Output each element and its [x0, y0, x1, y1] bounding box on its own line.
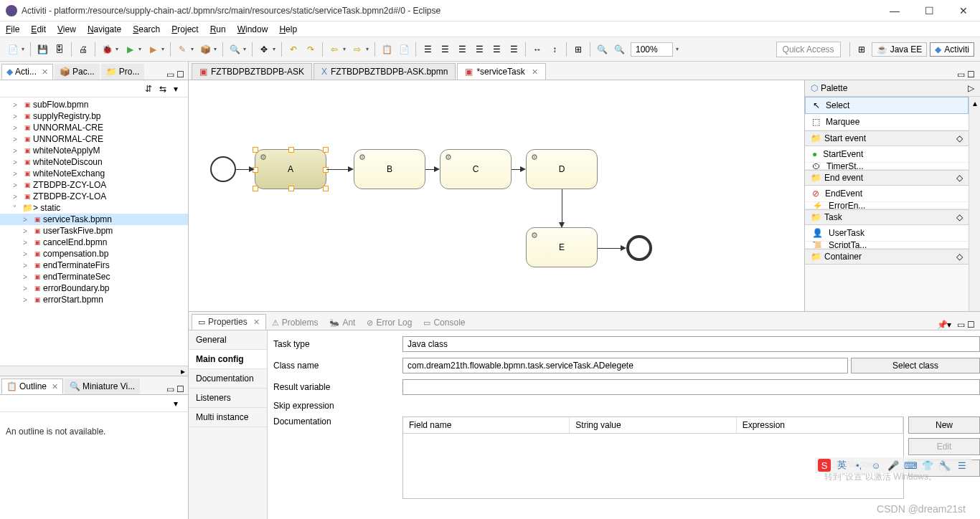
tree-item[interactable]: >▣ZTBDPB-ZCY-LOA [0, 179, 188, 191]
tree-item[interactable]: >▣whiteNoteDiscoun [0, 156, 188, 168]
menu-view[interactable]: View [57, 24, 76, 34]
tab-errorlog[interactable]: ⊘ Error Log [361, 315, 418, 330]
collapse-all-icon[interactable]: ⇵ [145, 84, 155, 94]
props-tab-mainconfig[interactable]: Main config [189, 350, 267, 369]
pin-icon[interactable]: 📌 [937, 320, 947, 330]
editor-tab-2[interactable]: ▣*serviceTask✕ [457, 63, 545, 80]
maximize-view-icon[interactable]: ☐ [176, 70, 187, 80]
ime-menu-icon[interactable]: ☰ [956, 459, 969, 472]
button-edit[interactable]: Edit [908, 438, 980, 455]
ime-punct-icon[interactable]: •, [852, 459, 865, 472]
props-tab-general[interactable]: General [189, 330, 267, 350]
perspective-javaee[interactable]: ☕Java EE [872, 42, 928, 57]
ime-tool-icon[interactable]: 🔧 [938, 459, 951, 472]
link-editor-icon[interactable]: ⇆ [159, 84, 169, 94]
palette-errorend[interactable]: ⚡ErrorEn... [805, 202, 969, 209]
minimize-props-icon[interactable]: ▭ [957, 320, 967, 330]
tab-activiti-explorer[interactable]: ◆Acti... ✕ [1, 64, 53, 80]
tree-item[interactable]: >▣errorStart.bpmn [0, 294, 188, 305]
new-icon[interactable]: 📄 [5, 42, 21, 57]
tab-ant[interactable]: 🐜 Ant [324, 315, 361, 330]
palette-endevent[interactable]: ⊘EndEvent [805, 186, 969, 202]
align-bottom-icon[interactable]: ☰ [506, 42, 522, 57]
button-new[interactable]: New [908, 416, 980, 434]
button-select-class[interactable]: Select class [851, 358, 980, 373]
palette-timerstart[interactable]: ⏲TimerSt... [805, 163, 969, 170]
paste-icon[interactable]: 📄 [396, 42, 412, 57]
back-icon[interactable]: ⇦ [326, 42, 342, 57]
view-menu-icon[interactable]: ▾ [174, 84, 184, 94]
tab-properties[interactable]: ▭ Properties ✕ [192, 314, 266, 330]
tab-package-explorer[interactable]: 📦Pac... [55, 64, 100, 80]
zoom-combo[interactable]: 100% [631, 42, 673, 57]
minimize-button[interactable]: — [884, 5, 905, 16]
perspective-activiti[interactable]: ◆Activiti [930, 42, 974, 57]
tab-console[interactable]: ▭ Console [418, 315, 471, 330]
ime-skin-icon[interactable]: 👕 [921, 459, 934, 472]
input-result-variable[interactable] [402, 379, 980, 395]
align-center-icon[interactable]: ☰ [437, 42, 453, 57]
tree-item[interactable]: >▣ZTBDPB-ZCY-LOA [0, 191, 188, 202]
minimize-editor-icon[interactable]: ▭ [957, 70, 967, 80]
menu-window[interactable]: Window [237, 24, 268, 34]
ime-keyboard-icon[interactable]: ⌨ [904, 459, 917, 472]
open-perspective-icon[interactable]: ⊞ [854, 42, 870, 57]
menu-file[interactable]: File [6, 24, 19, 34]
new-pkg-icon[interactable]: 📦 [197, 42, 213, 57]
undo-icon[interactable]: ↶ [286, 42, 301, 57]
tree-item[interactable]: >▣whiteNoteExchang [0, 168, 188, 179]
editor-tab-1[interactable]: XFZTBDPBZTBDPB-ASK.bpmn [314, 63, 456, 80]
tree-item[interactable]: ˅📁> static [0, 202, 188, 214]
bpmn-canvas[interactable]: ⚙ A ⚙B ⚙C ⚙D ⚙E [189, 80, 804, 311]
palette-usertask[interactable]: 👤UserTask [805, 225, 969, 242]
palette-select-tool[interactable]: ↖Select [805, 97, 969, 114]
palette-cat-end[interactable]: 📁End event◇ [805, 170, 969, 186]
palette-marquee-tool[interactable]: ⬚Marquee [805, 114, 969, 130]
save-all-icon[interactable]: 🗄 [52, 42, 67, 57]
tree-item[interactable]: >▣UNNORMAL-CRE [0, 133, 188, 145]
ime-lang-icon[interactable]: 英 [835, 459, 848, 472]
tree-item[interactable]: >▣cancelEnd.bpmn [0, 237, 188, 248]
search-icon[interactable]: 🔍 [227, 42, 242, 57]
menu-search[interactable]: Search [133, 24, 160, 34]
input-class-name[interactable] [402, 358, 848, 373]
tree-item[interactable]: >▣endTerminateFirs [0, 260, 188, 271]
sogou-icon[interactable]: S [818, 459, 831, 472]
run-icon[interactable]: ▶ [122, 42, 138, 57]
editor-tab-0[interactable]: ▣FZTBDPBZTBDPB-ASK [192, 63, 312, 80]
bpmn-start-event[interactable] [210, 156, 236, 182]
align-right-icon[interactable]: ☰ [454, 42, 470, 57]
align-top-icon[interactable]: ☰ [471, 42, 487, 57]
ime-toolbar[interactable]: S 英 •, ☺ 🎤 ⌨ 👕 🔧 ☰ [815, 457, 971, 473]
tree-item[interactable]: >▣userTaskFive.bpm [0, 225, 188, 237]
tree-item[interactable]: >▣supplyRegistry.bp [0, 110, 188, 122]
maximize-editor-icon[interactable]: ☐ [967, 70, 977, 80]
tab-problems[interactable]: ⚠ Problems [266, 315, 324, 330]
menu-navigate[interactable]: Navigate [88, 24, 121, 34]
redo-icon[interactable]: ↷ [303, 42, 319, 57]
zoom-in-icon[interactable]: 🔍 [611, 42, 627, 57]
tree-item[interactable]: >▣errorBoundary.bp [0, 282, 188, 294]
annotation-icon[interactable]: ✥ [256, 42, 272, 57]
tree-item[interactable]: >▣subFlow.bpmn [0, 99, 188, 110]
palette-scrollbar[interactable]: ▴ [969, 97, 980, 311]
palette-scripttask[interactable]: 📜ScriptTa... [805, 242, 969, 249]
tab-project-explorer[interactable]: 📁Pro... [101, 64, 145, 80]
menu-project[interactable]: Project [171, 24, 198, 34]
bpmn-task-a[interactable]: ⚙ A [255, 149, 326, 189]
forward-icon[interactable]: ⇨ [349, 42, 365, 57]
menu-edit[interactable]: Edit [31, 24, 46, 34]
zoom-out-icon[interactable]: 🔍 [594, 42, 610, 57]
maximize-props-icon[interactable]: ☐ [967, 320, 977, 330]
props-menu-icon[interactable]: ▾ [947, 320, 957, 330]
palette-cat-start[interactable]: 📁Start event◇ [805, 130, 969, 146]
tree-item[interactable]: >▣UNNORMAL-CRE [0, 122, 188, 133]
new-server-icon[interactable]: ✎ [174, 42, 190, 57]
match-height-icon[interactable]: ↕ [547, 42, 562, 57]
minimize-outline-icon[interactable]: ▭ [166, 384, 176, 394]
quick-access-input[interactable]: Quick Access [776, 42, 841, 57]
ime-voice-icon[interactable]: 🎤 [887, 459, 900, 472]
tree-item[interactable]: >▣compensation.bp [0, 248, 188, 260]
ext-tools-icon[interactable]: ▶ [145, 42, 161, 57]
palette-startevent[interactable]: ●StartEvent [805, 146, 969, 163]
